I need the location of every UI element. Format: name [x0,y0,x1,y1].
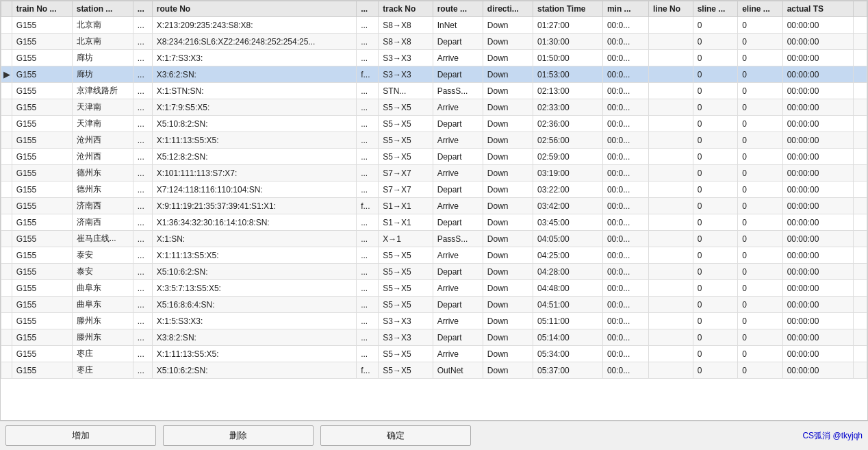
col-eline[interactable]: eline ... [738,1,783,17]
main-table-container[interactable]: train No ... station ... ... route No ..… [0,0,868,421]
col-track-no[interactable]: track No [379,1,433,17]
col-line-no[interactable]: line No [648,1,693,17]
table-cell [648,247,693,264]
table-cell: 04:28:00 [533,264,603,280]
table-cell: 0 [738,50,783,66]
table-cell: S5→X5 [379,116,433,132]
table-row[interactable]: ▶G155廊坊...X3:6:2:SN:f...S3→X3DepartDown0… [1,66,867,83]
col-ellipsis2: ... [357,1,379,17]
table-cell: 0 [738,297,783,313]
table-cell: 天津南 [72,99,133,116]
table-cell [1,132,12,149]
table-cell: Down [483,165,533,182]
table-row[interactable]: G155济南西...X:9:11:19:21:35:37:39:41:S1:X1… [1,198,867,214]
col-actual-ts[interactable]: actual TS [782,1,854,17]
table-row[interactable]: G155天津南...X5:10:8:2:SN:...S5→X5DepartDow… [1,116,867,132]
table-cell: 崔马庄线... [72,231,133,247]
table-row[interactable]: G155京津线路所...X:1:STN:SN:...STN...PassS...… [1,83,867,99]
confirm-button[interactable]: 确定 [320,425,471,446]
table-cell: 00:00:00 [782,297,854,313]
table-cell [648,50,693,66]
table-cell [1,50,12,66]
table-cell: ... [133,264,152,280]
table-cell: 天津南 [72,116,133,132]
col-sline[interactable]: sline ... [693,1,738,17]
table-cell [1,99,12,116]
table-cell [648,231,693,247]
col-min-dot[interactable]: min ... [602,1,648,17]
table-row[interactable]: G155曲阜东...X:3:5:7:13:S5:X5:...S5→X5Arriv… [1,280,867,297]
table-cell: S3→X3 [379,50,433,66]
table-cell: S7→X7 [379,182,433,198]
table-cell [854,198,867,214]
table-cell: ... [133,280,152,297]
table-row[interactable]: G155崔马庄线......X:1:SN:...X→1PassS...Down0… [1,231,867,247]
table-row[interactable]: G155滕州东...X:1:5:S3:X3:...S3→X3ArriveDown… [1,313,867,329]
table-cell: G155 [12,99,72,116]
table-row[interactable]: G155曲阜东...X5:16:8:6:4:SN:...S5→X5DepartD… [1,297,867,313]
table-body: G155北京南...X:213:209:235:243:S8:X8:...S8→… [1,17,867,379]
table-row[interactable]: G155泰安...X:1:11:13:S5:X5:...S5→X5ArriveD… [1,247,867,264]
table-row[interactable]: G155德州东...X7:124:118:116:110:104:SN:...S… [1,182,867,198]
table-cell: ... [133,182,152,198]
table-cell [854,297,867,313]
table-cell: G155 [12,247,72,264]
table-cell: Down [483,198,533,214]
table-row[interactable]: G155滕州东...X3:8:2:SN:...S3→X3DepartDown05… [1,329,867,346]
table-row[interactable]: G155北京南...X:213:209:235:243:S8:X8:...S8→… [1,17,867,34]
table-cell [1,17,12,34]
table-cell: 00:0... [602,165,648,182]
table-cell: 00:0... [602,66,648,83]
table-cell [1,280,12,297]
table-cell: 0 [693,165,738,182]
table-row[interactable]: G155枣庄...X5:10:6:2:SN:f...S5→X5OutNetDow… [1,362,867,379]
col-station[interactable]: station ... [72,1,133,17]
table-row[interactable]: G155枣庄...X:1:11:13:S5:X5:...S5→X5ArriveD… [1,346,867,362]
table-cell [1,313,12,329]
table-cell: 泰安 [72,264,133,280]
table-cell: X1:36:34:32:30:16:14:10:8:SN: [152,214,356,231]
table-cell: G155 [12,17,72,34]
col-scrollbar-space [854,1,867,17]
col-route-no[interactable]: route No [152,1,356,17]
table-cell [854,247,867,264]
table-row[interactable]: G155廊坊...X:1:7:S3:X3:...S3→X3ArriveDown0… [1,50,867,66]
table-row[interactable]: G155泰安...X5:10:6:2:SN:...S5→X5DepartDown… [1,264,867,280]
table-row[interactable]: G155济南西...X1:36:34:32:30:16:14:10:8:SN:.… [1,214,867,231]
col-train-no[interactable]: train No ... [12,1,72,17]
table-cell: ... [357,132,379,149]
table-cell: 00:0... [602,346,648,362]
table-cell: S5→X5 [379,149,433,165]
table-cell: 沧州西 [72,149,133,165]
col-station-time[interactable]: station Time [533,1,603,17]
table-cell: ... [357,264,379,280]
table-cell [854,165,867,182]
table-row[interactable]: G155北京南...X8:234:216:SL6:XZ2:246:248:252… [1,34,867,50]
table-cell: 德州东 [72,165,133,182]
table-cell [648,280,693,297]
add-button[interactable]: 增加 [5,425,156,446]
table-cell: G155 [12,362,72,379]
col-route-arrow[interactable]: route ... [433,1,483,17]
table-cell [648,329,693,346]
table-cell: G155 [12,116,72,132]
table-row[interactable]: G155沧州西...X:1:11:13:S5:X5:...S5→X5Arrive… [1,132,867,149]
table-cell: ... [357,50,379,66]
col-direction[interactable]: directi... [483,1,533,17]
table-cell: X:1:7:S3:X3: [152,50,356,66]
table-cell: 0 [738,198,783,214]
table-cell: Depart [433,264,483,280]
table-row[interactable]: G155天津南...X:1:7:9:S5:X5:...S5→X5ArriveDo… [1,99,867,116]
table-cell: G155 [12,149,72,165]
cancel-label[interactable]: CS弧消 @tkyjqh [802,430,863,442]
table-cell: Down [483,264,533,280]
table-cell: Down [483,247,533,264]
table-row[interactable]: G155德州东...X:101:111:113:S7:X7:...S7→X7Ar… [1,165,867,182]
table-row[interactable]: G155沧州西...X5:12:8:2:SN:...S5→X5DepartDow… [1,149,867,165]
table-cell: 02:33:00 [533,99,603,116]
table-cell: ... [133,214,152,231]
table-cell: 00:0... [602,99,648,116]
delete-button[interactable]: 删除 [163,425,314,446]
table-cell: 00:0... [602,182,648,198]
table-cell: PassS... [433,83,483,99]
